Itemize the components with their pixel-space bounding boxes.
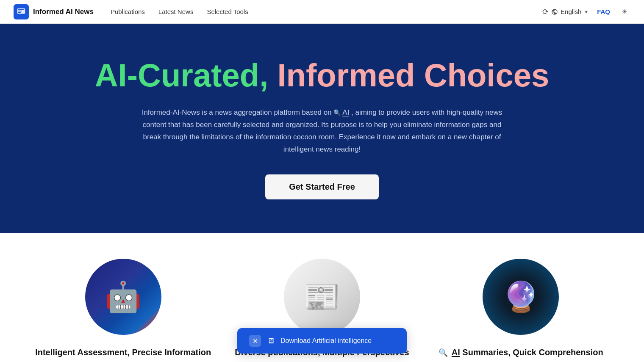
nav-latest-news[interactable]: Latest News [158, 8, 194, 15]
ai-reference: 🔍 AI [333, 107, 349, 119]
svg-rect-2 [18, 11, 22, 11]
logo-icon [14, 4, 29, 19]
feature-title-intelligent: Intelligent Assessment, Precise Informat… [35, 347, 211, 358]
brand-name: Informed AI News [33, 8, 94, 16]
logo-svg [17, 7, 26, 17]
feature-card-ai-summaries: 🔍 AI Summaries, Quick Comprehension Util… [432, 259, 610, 362]
svg-rect-1 [18, 9, 25, 10]
feature-image-newspaper [284, 259, 360, 335]
theme-toggle-button[interactable]: ☀ [619, 6, 630, 18]
feature-image-ai [483, 259, 559, 335]
navbar: Informed AI News Publications Latest New… [0, 0, 644, 24]
chevron-down-icon: ▼ [584, 9, 588, 14]
banner-app-icon: 🖥 [267, 337, 275, 345]
translate-icon: ⟳ [542, 7, 549, 17]
hero-title: AI-Curated, Informed Choices [95, 58, 550, 93]
ai-text: AI [342, 107, 349, 119]
svg-rect-3 [18, 12, 21, 13]
feature-title-ai: 🔍 AI Summaries, Quick Comprehension [439, 347, 603, 358]
navbar-right: ⟳ English ▼ FAQ ☀ [542, 6, 630, 18]
banner-text: Download Artificial intelligence [280, 337, 395, 345]
feature-image-robot [85, 259, 161, 335]
language-label: English [561, 8, 581, 15]
hero-description: Informed-AI-News is a news aggregation p… [140, 107, 504, 156]
language-selector[interactable]: ⟳ English ▼ [542, 7, 588, 17]
feature-title-ai-rest: Summaries, Quick Comprehension [462, 348, 603, 357]
translate-svg-icon [551, 8, 558, 15]
hero-section: AI-Curated, Informed Choices Informed-AI… [0, 24, 644, 233]
hero-title-part2: Informed Choices [277, 57, 549, 93]
download-banner: ✕ 🖥 Download Artificial intelligence [237, 328, 407, 354]
hero-title-part1: AI-Curated, [95, 57, 269, 93]
navbar-logo[interactable]: Informed AI News [14, 4, 94, 19]
search-icon-ai: 🔍 [439, 348, 448, 357]
nav-selected-tools[interactable]: Selected Tools [207, 8, 248, 15]
faq-link[interactable]: FAQ [597, 8, 610, 15]
feature-card-intelligent: Intelligent Assessment, Precise Informat… [34, 259, 212, 362]
nav-publications[interactable]: Publications [111, 8, 145, 15]
ai-label-ref: AI [452, 348, 460, 357]
banner-close-button[interactable]: ✕ [249, 335, 261, 347]
search-icon-small: 🔍 [333, 108, 341, 118]
main-nav: Publications Latest News Selected Tools [111, 8, 542, 15]
get-started-button[interactable]: Get Started Free [265, 174, 379, 199]
